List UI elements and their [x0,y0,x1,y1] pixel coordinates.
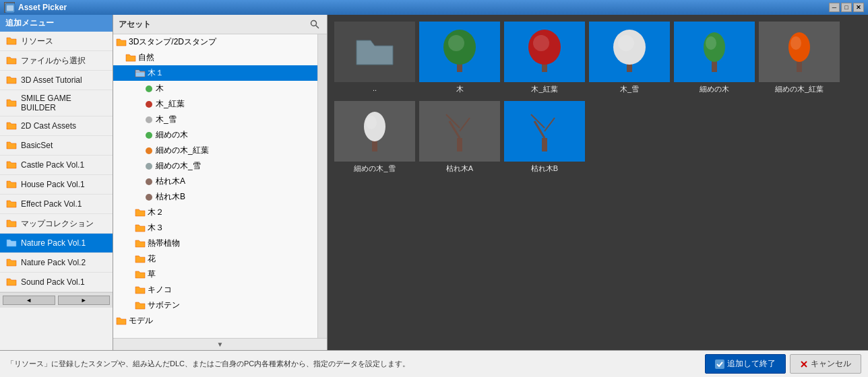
folder-icon [5,217,18,230]
folder-icon [5,120,18,132]
sidebar-item-label: Nature Pack Vol.2 [21,258,86,267]
svg-line-32 [460,118,470,131]
folder-tree-icon [135,224,146,233]
tree-item-ki-koyo[interactable]: 木_紅葉 [113,96,317,112]
minimize-button[interactable]: ─ [829,3,840,12]
sidebar-item-label: 2D Cast Assets [21,121,76,131]
tree-item-label: モデル [129,315,153,327]
tree-item-label: 熱帯植物 [148,238,180,249]
svg-point-5 [146,101,152,108]
tree-item-kareki-b[interactable]: 枯れ木B [113,189,317,205]
svg-point-2 [311,21,317,26]
sidebar-item-nature-pack-2[interactable]: Nature Pack Vol.2 [0,253,113,273]
folder-icon [5,55,18,67]
tree-item-saboten[interactable]: サボテン [113,298,317,313]
tree-item-ki2[interactable]: 木２ [113,205,317,220]
tree-item-ki-yuki[interactable]: 木_雪 [113,112,317,127]
tree-item-label: 細めの木_雪 [156,160,201,172]
tree-item-hana[interactable]: 花 [113,251,317,267]
close-button[interactable]: ✕ [853,3,864,12]
sidebar-scroll-right[interactable]: ► [58,296,111,305]
content-panel: ..木木_紅葉木_雪細めの木細めの木_紅葉 細めの木_雪枯れ木A枯れ木B [328,15,868,350]
tree-leaf-icon [144,193,154,202]
tree-scrollbar[interactable] [317,34,327,338]
tree-item-kinoko[interactable]: キノコ [113,282,317,298]
search-button[interactable] [308,18,321,31]
svg-point-6 [146,116,152,123]
tree-item-kareki-a[interactable]: 枯れ木A [113,174,317,189]
asset-thumb-kareki-b-thumb[interactable]: 枯れ木B [504,101,585,174]
sidebar-item-label: リソース [21,36,53,47]
sidebar-item-basicset[interactable]: BasicSet [0,136,113,156]
svg-point-8 [146,147,152,154]
tree-item-label: 細めの木 [156,129,188,141]
sidebar-item-label: Nature Pack Vol.1 [21,238,86,248]
asset-thumb-folder-placeholder[interactable]: .. [334,22,415,94]
cancel-button[interactable]: キャンセル [790,354,861,374]
sidebar-item-resources[interactable]: リソース [0,32,113,51]
asset-grid-row2: 細めの木_雪枯れ木A枯れ木B [334,101,861,174]
asset-tree-header: アセット [113,15,327,34]
tree-scroll-down[interactable]: ▼ [113,338,327,350]
asset-thumb-ki-koyo-thumb[interactable]: 木_紅葉 [504,22,585,94]
sidebar-item-smile-game-builder[interactable]: SMILE GAME BUILDER [0,90,113,116]
asset-thumb-hosoi-ki-yuki-thumb[interactable]: 細めの木_雪 [334,101,415,174]
folder-tree-icon [135,254,146,264]
tree-item-hosoi-ki-koyo[interactable]: 細めの木_紅葉 [113,143,317,158]
sidebar-item-castle-pack[interactable]: Castle Pack Vol.1 [0,156,113,175]
sidebar-item-label: Castle Pack Vol.1 [21,160,84,170]
tree-item-ki3[interactable]: 木３ [113,220,317,236]
sidebar-item-from-file[interactable]: ファイルから選択 [0,51,113,71]
folder-icon [5,35,18,47]
tree-item-model[interactable]: モデル [113,313,317,329]
maximize-button[interactable]: □ [841,3,852,12]
asset-thumb-kareki-a-thumb[interactable]: 枯れ木A [419,101,500,174]
folder-tree-icon [135,208,146,217]
asset-thumb-ki-thumb[interactable]: 木 [419,22,500,94]
tree-leaf-icon [144,84,154,94]
sidebar-item-map-collection[interactable]: マップコレクション [0,214,113,234]
tree-item-hosoi-ki[interactable]: 細めの木 [113,127,317,143]
svg-point-23 [706,36,716,50]
asset-thumb-hosoi-ki-thumb[interactable]: 細めの木 [674,22,755,94]
asset-tree-panel: アセット 3Dスタンプ/2Dスタンプ自然木１木木_紅葉木_雪細めの木細めの木_紅… [113,15,328,350]
cancel-label: キャンセル [811,358,851,370]
asset-thumb-label: 木_紅葉 [531,84,557,94]
sidebar-item-house-pack[interactable]: House Pack Vol.1 [0,175,113,195]
sidebar-item-sound-pack[interactable]: Sound Pack Vol.1 [0,273,113,292]
asset-thumb-hosoi-ki-koyo-thumb[interactable]: 細めの木_紅葉 [759,22,840,94]
tree-item-3d-stamp[interactable]: 3Dスタンプ/2Dスタンプ [113,34,317,50]
tree-item-kusa[interactable]: 草 [113,267,317,282]
asset-thumb-image [419,22,500,82]
asset-thumb-image [419,101,500,162]
svg-line-36 [545,118,555,131]
asset-grid-row1: ..木木_紅葉木_雪細めの木細めの木_紅葉 [334,22,861,94]
svg-point-11 [146,194,152,201]
confirm-label: 追加して終了 [727,358,776,370]
asset-thumb-image [759,22,840,82]
title-bar: Asset Picker ─ □ ✕ [0,0,868,15]
tree-item-label: 木_紅葉 [156,98,185,110]
tree-item-ki1[interactable]: 木１ [113,65,317,81]
tree-panel-inner: 3Dスタンプ/2Dスタンプ自然木１木木_紅葉木_雪細めの木細めの木_紅葉細めの木… [113,34,327,338]
tree-item-nettai[interactable]: 熱帯植物 [113,236,317,251]
cancel-icon [800,360,808,368]
sidebar-scroll-left[interactable]: ◄ [3,296,55,305]
asset-thumb-image [504,22,585,82]
sidebar-item-2d-cast-assets[interactable]: 2D Cast Assets [0,116,113,136]
tree-leaf-icon [144,115,154,125]
tree-item-hosoi-ki-yuki[interactable]: 細めの木_雪 [113,158,317,174]
tree-asset-svg [348,108,402,155]
sidebar-item-3d-asset-tutorial[interactable]: 3D Asset Tutorial [0,71,113,90]
sidebar-item-nature-pack-1[interactable]: Nature Pack Vol.1 [0,234,113,253]
asset-thumb-ki-yuki-thumb[interactable]: 木_雪 [589,22,670,94]
svg-point-17 [533,35,549,51]
svg-rect-30 [457,138,462,151]
tree-item-ki[interactable]: 木 [113,81,317,96]
app-icon [4,2,15,13]
sidebar-item-effect-pack[interactable]: Effect Pack Vol.1 [0,195,113,214]
sidebar-item-label: 3D Asset Tutorial [21,75,82,85]
confirm-button[interactable]: 追加して終了 [705,354,786,374]
tree-item-nature[interactable]: 自然 [113,50,317,65]
status-bar: 「リソース」に登録したスタンプや、組み込んだDLC、またはご自身のPC内各種素材… [0,350,868,377]
